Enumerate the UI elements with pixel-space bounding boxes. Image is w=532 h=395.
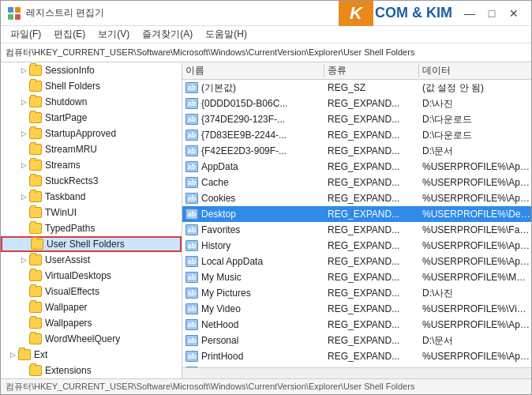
tree-arrow-icon [18,302,29,313]
cell-name: abPersonal [182,335,324,346]
menu-view[interactable]: 보기(V) [92,26,136,43]
folder-icon [29,128,42,139]
tree-arrow-icon [18,286,29,297]
address-path[interactable]: 컴퓨터\HKEY_CURRENT_USER\Software\Microsoft… [6,47,526,58]
tree-item-label: StuckRects3 [45,175,98,186]
tree-item-label: Taskband [45,191,85,202]
status-text: 컴퓨터\HKEY_CURRENT_USER\Software\Microsoft… [6,381,414,393]
tree-arrow-icon: ▷ [18,65,29,76]
cell-name-text: My Music [201,272,242,283]
folder-icon [29,191,42,202]
cell-type: REG_EXPAND... [324,319,419,330]
tree-item[interactable]: ▷SessionInfo [1,62,182,78]
cell-name: abCache [182,177,324,188]
table-row[interactable]: abLocal AppDataREG_EXPAND...%USERPROFILE… [182,254,531,269]
table-row[interactable]: ab(기본값)REG_SZ(값 설정 안 됨) [182,80,531,96]
cell-type: REG_EXPAND... [324,351,419,362]
cell-name: abDesktop [182,209,324,220]
tree-item-label: StartPage [45,112,87,123]
cell-type: REG_EXPAND... [324,130,419,141]
minimize-button[interactable]: — [459,6,481,21]
tree-item-label: UserAssist [45,254,90,265]
table-row[interactable]: abCacheREG_EXPAND...%USERPROFILE%\AppDat… [182,175,531,190]
tree-item[interactable]: ▷Ext [1,347,182,363]
cell-name: abMy Video [182,303,324,314]
tree-item[interactable]: ▷Streams [1,157,182,173]
menu-help[interactable]: 도움말(H) [199,26,253,43]
table-row[interactable]: ab{0DDD015D-B06C...REG_EXPAND...D:\사진 [182,96,531,111]
tree-arrow-icon [18,81,29,92]
tree-item[interactable]: VisualEffects [1,284,182,299]
maximize-button[interactable]: □ [481,6,503,21]
tree-item[interactable]: StuckRects3 [1,173,182,189]
horizontal-scrollbar[interactable] [182,367,531,378]
tree-item[interactable]: TypedPaths [1,220,182,236]
tree-item-label: WordWheelQuery [45,333,120,344]
cell-data: %USERPROFILE%\Favorites [419,224,531,235]
folder-icon [29,223,42,234]
menu-favorites[interactable]: 즐겨찾기(A) [136,26,199,43]
cell-type: REG_EXPAND... [324,256,419,267]
tree-arrow-icon: ▷ [18,191,29,202]
tree-panel[interactable]: ▷SessionInfoShell Folders▷ShutdownStartP… [1,62,182,378]
cell-name: ab(기본값) [182,81,324,95]
table-row[interactable]: abHistoryREG_EXPAND...%USERPROFILE%\AppD… [182,238,531,254]
table-row[interactable]: abMy MusicREG_EXPAND...%USERPROFILE%\Mus… [182,269,531,285]
cell-type: REG_EXPAND... [324,177,419,188]
cell-name: abNetHood [182,319,324,330]
com-kim-label: COM & KIM [375,5,452,21]
cell-name-text: (기본값) [201,81,236,95]
tree-item[interactable]: ▷Taskband [1,189,182,205]
tree-item[interactable]: ▷StartupApproved [1,126,182,141]
reg-value-icon: ab [185,161,198,172]
cell-name-text: AppData [201,161,238,172]
table-row[interactable]: ab{F42EE2D3-909F-...REG_EXPAND...D:\문서 [182,143,531,159]
tree-item-label: Ext [34,349,47,360]
tree-arrow-icon: ▷ [18,128,29,139]
tree-item[interactable]: Wallpapers [1,315,182,331]
folder-icon [29,302,42,313]
tree-arrow-icon: ▷ [18,96,29,107]
cell-name-text: History [201,240,230,251]
tree-item[interactable]: VirtualDesktops [1,268,182,284]
reg-value-icon: ab [185,177,198,188]
tree-item[interactable]: StartPage [1,110,182,126]
cell-name: ab{0DDD015D-B06C... [182,98,324,109]
tree-item[interactable]: Shell Folders [1,78,182,94]
tree-item[interactable]: Extensions [1,363,182,378]
reg-value-icon: ab [185,82,198,93]
table-row[interactable]: abMy VideoREG_EXPAND...%USERPROFILE%\Vid… [182,301,531,317]
tree-item[interactable]: WordWheelQuery [1,331,182,347]
reg-value-icon: ab [185,319,198,330]
tree-item[interactable]: StreamMRU [1,141,182,157]
close-button[interactable]: ✕ [503,6,525,21]
cell-data: D:\다운로드 [419,129,531,142]
tree-arrow-icon: ▷ [7,349,18,360]
tree-item[interactable]: TWinUI [1,205,182,220]
cell-type: REG_EXPAND... [324,114,419,125]
menu-edit[interactable]: 편집(E) [47,26,92,43]
table-row[interactable]: abMy PicturesREG_EXPAND...D:\사진 [182,285,531,301]
tree-item[interactable]: ▷UserAssist [1,252,182,268]
table-row[interactable]: abPrintHoodREG_EXPAND...%USERPROFILE%\Ap… [182,348,531,364]
cell-data: %USERPROFILE%\Music [419,272,531,283]
table-row[interactable]: abCookiesREG_EXPAND...%USERPROFILE%\AppD… [182,190,531,206]
menu-file[interactable]: 파일(F) [4,26,47,43]
table-row[interactable]: abFavoritesREG_EXPAND...%USERPROFILE%\Fa… [182,222,531,238]
tree-item[interactable]: ▷Shutdown [1,94,182,110]
cell-data: %USERPROFILE%\AppData\Roa [419,351,531,362]
list-body[interactable]: ab(기본값)REG_SZ(값 설정 안 됨)ab{0DDD015D-B06C.… [182,80,531,367]
table-row[interactable]: abNetHoodREG_EXPAND...%USERPROFILE%\AppD… [182,317,531,333]
tree-item[interactable]: Wallpaper [1,299,182,315]
window-title: 레지스트리 편집기 [26,6,104,20]
tree-item[interactable]: User Shell Folders [1,236,182,252]
table-row[interactable]: abAppDataREG_EXPAND...%USERPROFILE%\AppD… [182,159,531,175]
tree-item-label: Wallpaper [45,302,88,313]
folder-icon [31,239,43,250]
cell-type: REG_EXPAND... [324,145,419,156]
table-row[interactable]: abPersonalREG_EXPAND...D:\문서 [182,333,531,348]
table-row[interactable]: ab{7D83EE9B-2244-...REG_EXPAND...D:\다운로드 [182,127,531,143]
tree-item-label: Wallpapers [45,318,92,329]
table-row[interactable]: ab{374DE290-123F-...REG_EXPAND...D:\다운로드 [182,111,531,127]
table-row[interactable]: abDesktopREG_EXPAND...%USERPROFILE%\Desk… [182,206,531,222]
